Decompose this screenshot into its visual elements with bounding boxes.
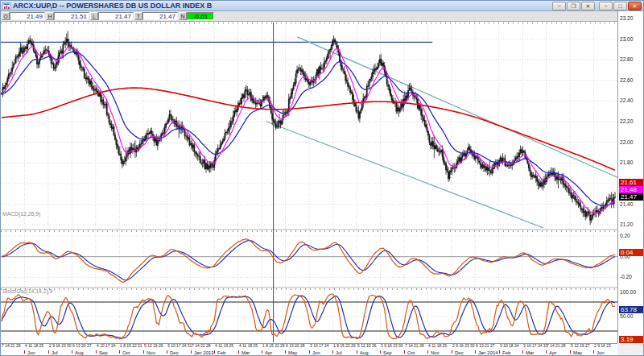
month-label: Jun bbox=[312, 350, 320, 356]
month-label: Apr bbox=[265, 350, 272, 356]
day-ticks: 2 9 16 23 30 bbox=[49, 344, 72, 349]
price-tick: 23.00 bbox=[620, 36, 633, 42]
price-marker-box: 21.48 bbox=[619, 186, 644, 193]
day-ticks: 4 11 18 25 bbox=[428, 344, 447, 349]
window-close-button[interactable]: ✕ bbox=[628, 2, 642, 10]
day-ticks: 2 9 16 23 30 bbox=[452, 344, 475, 349]
child-window-controls: −❐✕ bbox=[552, 2, 595, 10]
time-group-oct: 1 8 15 22 31Oct bbox=[119, 344, 142, 356]
day-ticks: 3 10 18 24 bbox=[500, 344, 518, 349]
quote-value: 21.51 bbox=[54, 12, 89, 20]
month-label: Aug bbox=[360, 350, 369, 356]
month-label: Nov bbox=[147, 350, 155, 356]
chart-window: ARCX:UUP,D -- POWERSHARES DB US DOLLAR I… bbox=[0, 0, 644, 356]
month-label: Jun bbox=[27, 350, 35, 356]
month-label: Sep bbox=[99, 350, 108, 356]
day-ticks: 1 8 15 22 29 bbox=[333, 344, 356, 349]
month-label: Mar bbox=[526, 350, 534, 356]
time-group-apr: 7 14 21 28Apr bbox=[546, 344, 569, 356]
price-marker-box: 21.47 bbox=[619, 193, 644, 201]
month-tick bbox=[72, 350, 72, 354]
time-group-may: 6 13 20 28May bbox=[285, 344, 308, 356]
month-label: Feb bbox=[217, 350, 225, 356]
quote-field-h: H21.51 bbox=[46, 12, 89, 20]
month-tick bbox=[499, 350, 500, 354]
price-tick: 21.40 bbox=[620, 201, 633, 207]
main-window-controls: −□✕ bbox=[599, 2, 642, 10]
month-tick bbox=[285, 350, 286, 354]
month-label: Feb bbox=[502, 350, 510, 356]
month-label: Mar bbox=[242, 350, 250, 356]
child-close-button[interactable]: ✕ bbox=[581, 2, 595, 10]
time-group-jan-2013: 7 14 22 28Jan 2013 bbox=[191, 344, 214, 356]
window-minimize-button[interactable]: − bbox=[599, 2, 613, 10]
time-group-feb: 3 10 18 24Feb bbox=[499, 344, 522, 356]
day-ticks: 3 10 17 24 bbox=[310, 344, 328, 349]
chart-canvas[interactable] bbox=[1, 22, 617, 343]
day-ticks: 7 14 21 28 bbox=[547, 344, 565, 349]
macd-marker-box: 0.04 bbox=[619, 249, 644, 256]
quote-value: -0.01 bbox=[187, 12, 214, 20]
month-tick bbox=[332, 350, 333, 354]
price-axis: 23.2023.0022.8022.6022.4022.2022.0021.80… bbox=[617, 11, 644, 343]
day-ticks: 1 8 15 22 29 bbox=[262, 344, 285, 349]
month-tick bbox=[167, 350, 167, 354]
time-group-jun: 4 11 18 25Jun bbox=[24, 344, 47, 356]
month-tick bbox=[24, 350, 25, 354]
quote-label: H bbox=[46, 12, 54, 20]
month-tick bbox=[546, 350, 547, 354]
day-ticks: 4 11 19 25 bbox=[215, 344, 233, 349]
month-tick bbox=[404, 350, 405, 354]
time-group-jan-2014: 6 13 21 27Jan 2014 bbox=[475, 344, 498, 356]
child-restore-button[interactable]: ❐ bbox=[567, 2, 580, 10]
price-tick: 21.80 bbox=[620, 159, 633, 165]
price-tick: 21.20 bbox=[620, 221, 633, 227]
time-group-nov: 5 12 19 26Nov bbox=[143, 344, 167, 356]
stoch-tick: 100.00 bbox=[620, 289, 636, 295]
month-tick bbox=[522, 350, 523, 354]
price-tick: 22.20 bbox=[620, 118, 633, 124]
month-tick bbox=[570, 350, 571, 354]
chart-area[interactable]: MACD(12,26,9) StochOsc(14,14,2),9 bbox=[1, 22, 617, 343]
month-label: Oct bbox=[407, 350, 415, 356]
time-group-sep: 3 9 16 23 30Sep bbox=[380, 344, 403, 356]
axis-corner bbox=[617, 343, 644, 356]
stoch-marker-box: 63.78 bbox=[619, 306, 644, 313]
month-tick bbox=[309, 350, 310, 354]
time-group-feb: 4 11 19 25Feb bbox=[214, 344, 237, 356]
child-minimize-button[interactable]: − bbox=[552, 2, 566, 10]
day-ticks: 5 12 19 26 bbox=[144, 344, 163, 349]
day-ticks: 3 9 16 23 30 bbox=[381, 344, 403, 349]
quote-label: O bbox=[2, 12, 10, 20]
window-maximize-button[interactable]: □ bbox=[613, 2, 627, 10]
macd-tick: -0.20 bbox=[620, 274, 632, 279]
time-group-sep: 4 10 17 24Sep bbox=[96, 344, 119, 356]
quote-label: N bbox=[179, 12, 187, 20]
quote-value: 21.47 bbox=[142, 12, 178, 20]
macd-tick: 0.20 bbox=[620, 233, 630, 238]
month-tick bbox=[475, 350, 476, 354]
time-axis: 7 14 21 294 11 18 25Jun2 9 16 23 30Jul6 … bbox=[1, 343, 617, 356]
day-ticks: 2 9 16 23 bbox=[594, 344, 611, 349]
quote-label: T bbox=[134, 12, 142, 20]
day-ticks: 5 12 19 27 bbox=[571, 344, 589, 349]
time-group-may: 5 12 19 27May bbox=[570, 344, 593, 356]
price-tick: 22.60 bbox=[620, 77, 633, 83]
time-group-apr: 1 8 15 22 29Apr bbox=[262, 344, 285, 356]
chart-app-icon bbox=[2, 2, 10, 10]
month-tick bbox=[238, 350, 239, 354]
stoch-marker-box: 3.19 bbox=[619, 336, 644, 343]
quote-field-t: T21.47 bbox=[134, 12, 178, 20]
month-label: Oct bbox=[122, 350, 130, 356]
day-ticks: 6 13 21 27 bbox=[476, 344, 494, 349]
day-ticks: 4 11 18 25 bbox=[239, 344, 258, 349]
quote-label: L bbox=[90, 12, 98, 20]
month-label: Nov bbox=[431, 350, 440, 356]
time-group-nov: 4 11 18 25Nov bbox=[427, 344, 451, 356]
stoch-tick: 50.00 bbox=[620, 313, 633, 319]
month-tick bbox=[452, 350, 452, 354]
month-label: Aug bbox=[75, 350, 84, 356]
month-tick bbox=[262, 350, 262, 354]
macd-label: MACD(12,26,9) bbox=[2, 211, 40, 217]
month-label: May bbox=[288, 350, 297, 356]
